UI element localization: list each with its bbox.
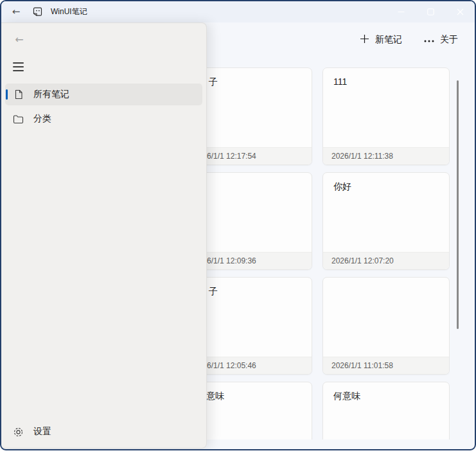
- note-page-icon: [13, 89, 24, 100]
- arrow-left-icon: ←: [15, 33, 23, 46]
- note-title: 何意味: [323, 382, 449, 440]
- nav-item-label: 设置: [33, 426, 51, 438]
- nav-item-all-notes[interactable]: 所有笔记: [5, 84, 202, 105]
- note-title: 111: [323, 68, 449, 147]
- window-controls: [386, 1, 475, 22]
- nav-item-label: 所有笔记: [33, 89, 69, 100]
- note-card[interactable]: 2026/1/1 11:01:58: [322, 277, 450, 375]
- note-card[interactable]: 你好 2026/1/1 12:07:20: [322, 172, 450, 270]
- new-note-button[interactable]: 新笔记: [353, 30, 409, 49]
- titlebar-back-button[interactable]: ←: [6, 4, 26, 20]
- plus-icon: [360, 34, 369, 46]
- maximize-button[interactable]: [416, 1, 445, 22]
- hamburger-menu-button[interactable]: [7, 58, 29, 76]
- about-button[interactable]: 关于: [418, 30, 464, 49]
- minimize-button[interactable]: [386, 1, 416, 22]
- pane-back-button[interactable]: ←: [10, 31, 29, 48]
- arrow-left-icon: ←: [12, 6, 21, 17]
- more-ellipsis-icon: [424, 35, 434, 45]
- note-timestamp: 2026/1/1 12:11:38: [323, 147, 449, 164]
- nav-item-label: 分类: [33, 113, 51, 125]
- note-title: [323, 278, 449, 357]
- note-timestamp: 2026/1/1 11:01:58: [323, 357, 449, 374]
- close-button[interactable]: [445, 1, 475, 22]
- note-card[interactable]: 何意味: [322, 382, 450, 440]
- titlebar: ← WinUI笔记: [1, 1, 475, 22]
- note-timestamp: 2026/1/1 12:07:20: [323, 252, 449, 269]
- nav-item-settings[interactable]: 设置: [5, 421, 202, 443]
- minimize-icon: [398, 8, 405, 15]
- close-icon: [457, 8, 464, 15]
- note-title: 你好: [323, 173, 449, 252]
- navigation-pane: ← 所有笔记 分类 设置: [1, 22, 207, 449]
- about-label: 关于: [440, 34, 458, 46]
- folder-icon: [13, 114, 24, 125]
- note-card[interactable]: 111 2026/1/1 12:11:38: [322, 67, 450, 165]
- pane-spacer: [1, 131, 206, 420]
- app-window: 子 2026/1/1 12:17:54 111 2026/1/1 12:11:3…: [0, 0, 476, 450]
- window-title: WinUI笔记: [51, 6, 87, 17]
- notes-grid: 子 2026/1/1 12:17:54 111 2026/1/1 12:11:3…: [185, 67, 450, 440]
- command-bar: 新笔记 关于: [353, 30, 464, 49]
- gear-icon: [13, 427, 24, 438]
- hamburger-icon: [13, 62, 24, 64]
- new-note-label: 新笔记: [375, 34, 402, 46]
- maximize-icon: [427, 8, 434, 15]
- app-icon: [32, 6, 43, 17]
- nav-item-categories[interactable]: 分类: [5, 108, 202, 130]
- vertical-scrollbar[interactable]: [457, 80, 459, 329]
